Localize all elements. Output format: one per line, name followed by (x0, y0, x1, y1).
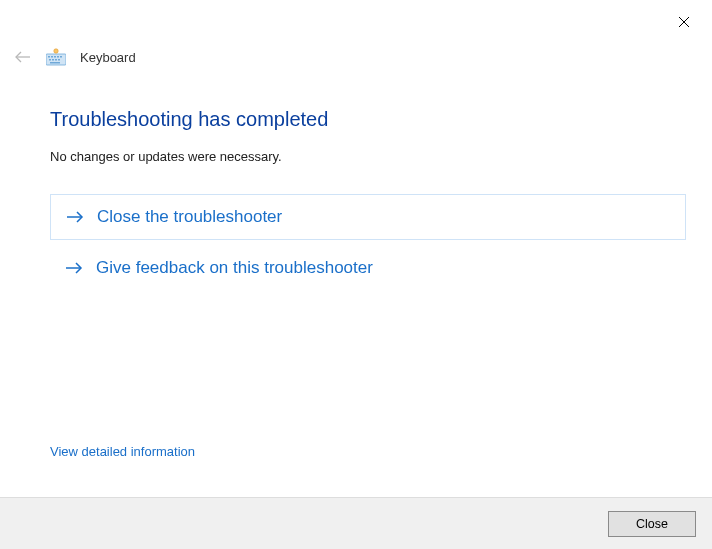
close-button[interactable]: Close (608, 511, 696, 537)
option-feedback-label: Give feedback on this troubleshooter (96, 258, 373, 278)
status-text: No changes or updates were necessary. (50, 149, 686, 164)
svg-rect-11 (55, 59, 57, 61)
option-close-label: Close the troubleshooter (97, 207, 282, 227)
header-row: Keyboard (14, 48, 136, 66)
view-details-link[interactable]: View detailed information (50, 444, 195, 459)
svg-rect-7 (57, 56, 59, 58)
back-arrow-icon (14, 50, 32, 64)
close-icon (678, 16, 690, 28)
window-close-button[interactable] (674, 12, 694, 32)
svg-rect-5 (51, 56, 53, 58)
svg-point-14 (54, 49, 58, 53)
svg-rect-9 (49, 59, 51, 61)
svg-rect-13 (50, 62, 60, 64)
svg-rect-12 (58, 59, 60, 61)
option-close-troubleshooter[interactable]: Close the troubleshooter (50, 194, 686, 240)
svg-rect-6 (54, 56, 56, 58)
arrow-right-icon (64, 260, 84, 276)
content-area: Troubleshooting has completed No changes… (50, 108, 686, 278)
svg-rect-8 (60, 56, 62, 58)
svg-rect-10 (52, 59, 54, 61)
svg-rect-4 (48, 56, 50, 58)
back-button[interactable] (14, 48, 32, 66)
header-title: Keyboard (80, 50, 136, 65)
option-give-feedback[interactable]: Give feedback on this troubleshooter (50, 258, 686, 278)
footer-bar: Close (0, 497, 712, 549)
arrow-right-icon (65, 209, 85, 225)
keyboard-icon (46, 48, 66, 66)
page-heading: Troubleshooting has completed (50, 108, 686, 131)
